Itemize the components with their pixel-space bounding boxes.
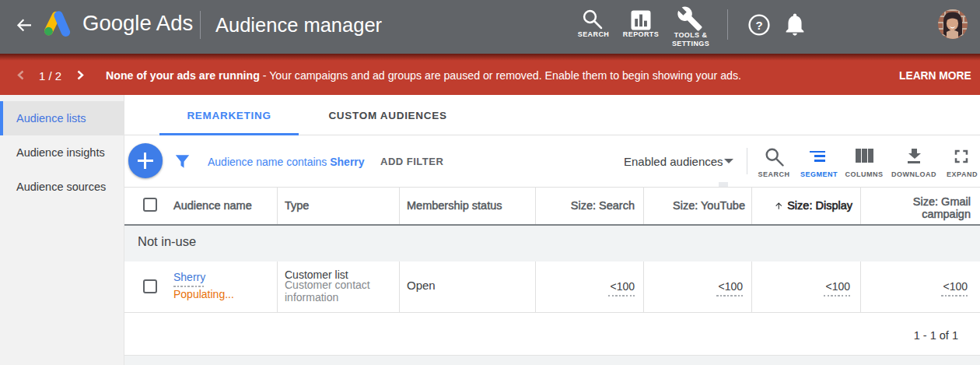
svg-text:?: ? — [755, 19, 762, 32]
